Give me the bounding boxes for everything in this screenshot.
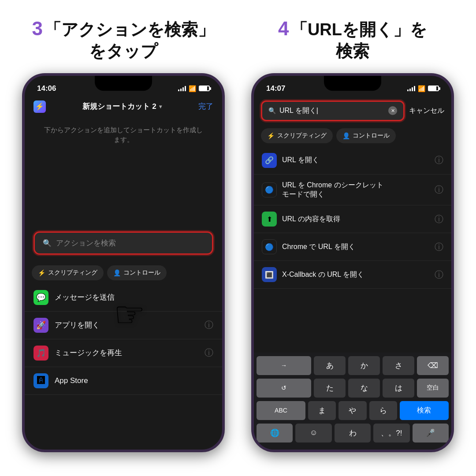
kb-key-ma[interactable]: ま [308,401,336,420]
phone1-search-container: 🔍 アクションを検索 [25,224,222,262]
phone2-time: 14:07 [266,84,285,93]
phone1-tab-scripting[interactable]: ⚡ スクリプティング [32,265,104,280]
action4-label: App Store [55,376,213,385]
url-result-5[interactable]: 🔳 X-Callback の URL を開く ⓘ [254,261,451,289]
url-result3-label: URL の内容を取得 [282,215,429,224]
info-icon: ⓘ [205,319,213,331]
phone1-subtitle: 下からアクションを追加してショートカットを作成します。 [25,116,222,154]
kb-key-na[interactable]: な [348,379,380,398]
kb-key-space[interactable]: 空白 [417,379,449,398]
phone2-control-icon: 👤 [342,132,350,139]
signal-bar4 [185,86,186,91]
phone2-signal-icon [407,86,415,91]
search-icon: 🔍 [43,239,52,247]
phone2-search-input[interactable]: URL を開く| [279,106,385,115]
phones-row: 14:06 📶 [18,73,458,463]
step4-number: 4 [278,18,289,39]
phone1-search-bar[interactable]: 🔍 アクションを検索 [33,231,213,255]
phone2-tab-control[interactable]: 👤 コントロール [336,128,396,143]
action3-label: ミュージックを再生 [55,348,198,358]
phone1-status-icons: 📶 [178,85,210,92]
phone2-notch [324,76,381,91]
tab2-label: コントロール [123,269,160,277]
kb-key-wa[interactable]: わ [335,424,371,443]
kb-key-search[interactable]: 検索 [400,401,449,420]
battery-fill [200,86,207,90]
chrome-incognito-icon: 🔵 [262,182,277,197]
result5-info-icon: ⓘ [435,269,443,281]
phone2-tab-scripting[interactable]: ⚡ スクリプティング [261,128,333,143]
phone1-wrapper: 14:06 📶 [18,73,229,463]
step4-title-part2: 検索 [336,42,369,60]
scripting-icon: ⚡ [38,269,45,276]
wifi-icon: 📶 [189,85,196,92]
phone2-wrapper: 14:07 📶 [247,73,458,463]
result1-info-icon: ⓘ [435,154,443,166]
phone2-battery-fill [429,86,436,90]
step3-number: 3 [32,18,43,39]
url-result-3[interactable]: ⬆ URL の内容を取得 ⓘ [254,205,451,233]
kb-key-punctuation[interactable]: 、。?! [373,424,409,443]
phone2-search-icon: 🔍 [268,107,276,114]
result2-info-icon: ⓘ [435,184,443,196]
step3-title-part1: 「アクションを検索」 [45,20,215,39]
phone1-title-text: 新規ショートカット 2 [82,101,156,112]
kb-key-a[interactable]: あ [314,356,346,375]
kb-key-sa[interactable]: さ [383,356,414,375]
kb-key-emoji[interactable]: ☺ [295,424,331,443]
music-info-icon: ⓘ [205,347,213,359]
kb-key-ha[interactable]: は [383,379,414,398]
url-result-2[interactable]: 🔵 URL を Chrome のシークレット モードで開く ⓘ [254,175,451,206]
signal-bar4 [414,86,415,91]
phone1-time: 14:06 [37,84,56,93]
kb-key-ka[interactable]: か [348,356,380,375]
phone1-tabs: ⚡ スクリプティング 👤 コントロール [25,262,222,284]
phone2-battery-icon [428,86,439,91]
url-content-icon: ⬆ [262,212,277,227]
kb-row2: ↺ た な は 空白 [257,379,449,398]
app-open-icon: 🚀 [33,318,48,333]
url-result5-label: X-Callback の URL を開く [282,270,429,279]
url-open-icon: 🔗 [262,153,277,168]
phone1-done-button[interactable]: 完了 [198,101,213,112]
battery-icon [199,86,210,91]
step4-title-part1: 「URLを開く」を [291,20,427,39]
phone1: 14:06 📶 [22,73,225,452]
phone2-clear-button[interactable]: ✕ [388,106,397,115]
phone1-nav: ⚡ 新規ショートカット 2 ▾ 完了 [25,97,222,116]
kb-row1: → あ か さ ⌫ [257,356,449,375]
kb-key-abc[interactable]: ABC [257,401,305,420]
signal-icon [178,86,186,91]
signal-bar3 [412,87,413,91]
phone2-tab2-label: コントロール [353,132,390,140]
kb-key-ta[interactable]: た [314,379,346,398]
result3-info-icon: ⓘ [435,213,443,225]
kb-key-ra[interactable]: ら [369,401,397,420]
kb-delete-key[interactable]: ⌫ [417,356,449,375]
kb-row3: ABC ま や ら 検索 [257,401,449,420]
url-result2-line1: URL を Chrome のシークレット [282,181,383,189]
result4-info-icon: ⓘ [435,241,443,253]
phone2-tab1-label: スクリプティング [277,132,327,140]
url-result-4[interactable]: 🔵 Chrome で URL を開く ⓘ [254,233,451,261]
phone1-search-placeholder: アクションを検索 [56,238,116,248]
signal-bar2 [409,89,411,91]
control-icon: 👤 [113,269,121,276]
headers-row: 3 「アクションを検索」 をタップ 4 「URLを開く」を 検索 [18,18,458,63]
tab1-label: スクリプティング [48,269,97,277]
kb-key-ya[interactable]: や [338,401,366,420]
phone2-wifi-icon: 📶 [418,85,425,92]
kb-key-undo[interactable]: ↺ [257,379,311,398]
kb-mic-key[interactable]: 🎤 [413,424,449,443]
signal-bar1 [178,89,179,91]
phone2-cancel-button[interactable]: キャンセル [409,106,444,115]
phone1-tab-control[interactable]: 👤 コントロール [107,265,167,280]
kb-key-arrow[interactable]: → [257,356,311,375]
page: 3 「アクションを検索」 をタップ 4 「URLを開く」を 検索 14:06 [0,0,476,476]
kb-globe-key[interactable]: 🌐 [257,424,293,443]
signal-bar1 [407,89,409,91]
url-result-1[interactable]: 🔗 URL を開く ⓘ [254,147,451,175]
phone1-action-appstore[interactable]: 🅰 App Store [25,367,222,395]
phone1-action-music[interactable]: 🎵 ミュージックを再生 ⓘ [25,339,222,367]
phone2-search-bar[interactable]: 🔍 URL を開く| ✕ [261,100,405,121]
